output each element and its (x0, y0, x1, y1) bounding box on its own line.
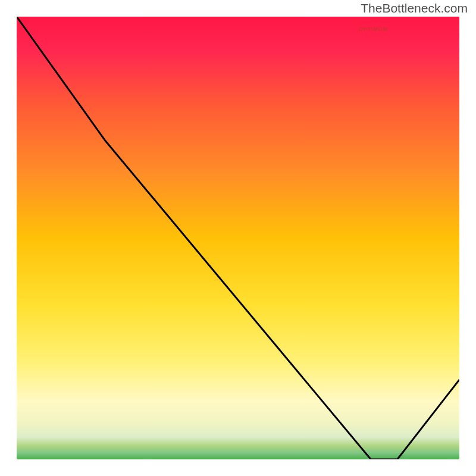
chart-area: OPTIMUM (17, 17, 459, 459)
bottleneck-line (17, 17, 459, 459)
attribution-text: TheBottleneck.com (361, 1, 468, 15)
chart-container: TheBottleneck.com (0, 0, 476, 476)
optimum-marker: OPTIMUM (359, 26, 389, 32)
